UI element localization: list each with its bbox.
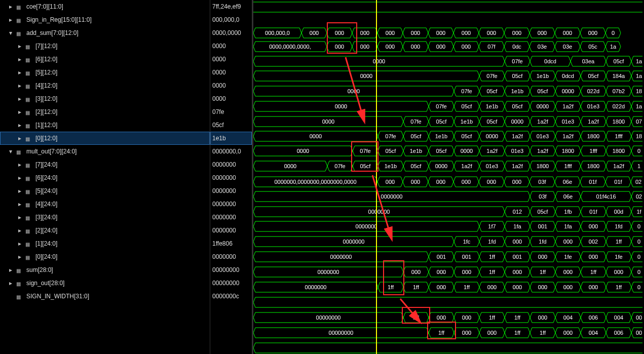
chevron-right-icon[interactable]: ▸ [18,56,25,63]
svg-text:000: 000 [538,284,547,290]
svg-text:1a: 1a [636,73,642,79]
svg-text:000: 000 [487,179,496,185]
chevron-right-icon[interactable]: ▸ [9,16,16,23]
chevron-right-icon[interactable]: ▸ [18,82,25,89]
svg-text:1fd: 1fd [615,223,622,229]
svg-text:05cf: 05cf [538,209,549,215]
chevron-right-icon[interactable]: ▸ [18,43,25,50]
waveform-panel[interactable]: 000,000,00000000000000000000000000000000… [253,0,644,354]
chevron-right-icon[interactable]: ▸ [18,108,25,115]
signal-row[interactable]: ▸[4][12:0] [0,79,210,92]
svg-text:001: 001 [538,223,547,229]
signal-row[interactable]: ▸Sign_in_Reg[15:0][11:0] [0,13,210,26]
svg-text:004: 004 [614,314,623,321]
signal-bus-icon [25,254,33,260]
signal-row[interactable]: ▸[7][24:0] [0,158,210,171]
signal-row[interactable]: ▸[0][24:0] [0,250,210,263]
chevron-right-icon[interactable]: ▸ [18,187,25,194]
signal-bus-icon [25,96,33,102]
chevron-right-icon[interactable]: ▸ [18,122,25,129]
svg-text:1e1b: 1e1b [435,133,447,139]
signal-row[interactable]: SIGN_IN_WIDTH[31:0] [0,290,210,303]
signal-row[interactable]: ▸[3][12:0] [0,92,210,105]
signal-row[interactable]: ▸[1][12:0] [0,119,210,132]
svg-text:004: 004 [563,314,573,321]
chevron-right-icon[interactable]: ▸ [18,135,25,142]
svg-text:000,000,0: 000,000,0 [265,30,290,36]
svg-text:0000000: 0000000 [381,193,403,200]
svg-text:1800: 1800 [587,133,599,139]
signal-row[interactable]: ▾add_sum[7:0][12:0] [0,26,210,40]
chevron-right-icon[interactable]: ▸ [18,201,25,208]
signal-tree-panel[interactable]: ▸coe[7:0][11:0]▸Sign_in_Reg[15:0][11:0]▾… [0,0,210,354]
chevron-right-icon[interactable]: ▸ [18,69,25,76]
signal-row[interactable]: ▸[7][12:0] [0,40,210,53]
svg-text:0dcd: 0dcd [544,58,556,64]
svg-text:1800: 1800 [587,163,599,169]
chevron-right-icon[interactable]: ▸ [9,3,16,10]
svg-text:1a2f: 1a2f [512,133,523,139]
svg-text:07fe: 07fe [360,148,370,154]
svg-text:0000000: 0000000 [368,209,390,215]
signal-bus-icon [25,241,33,247]
signal-bus-icon [25,162,33,168]
svg-text:07fe: 07fe [461,88,472,94]
signal-row[interactable]: ▸[5][24:0] [0,184,210,198]
signal-row[interactable]: ▾mult_out[7:0][24:0] [0,145,210,158]
svg-text:05cf: 05cf [588,73,599,79]
chevron-down-icon[interactable]: ▾ [9,29,16,36]
signal-label: sum[28:0] [26,266,53,273]
signal-row[interactable]: ▸[0][12:0] [0,132,210,145]
signal-row[interactable]: ▸[4][24:0] [0,198,210,211]
svg-text:07fe: 07fe [385,133,396,139]
svg-text:06e: 06e [563,193,573,200]
svg-text:000: 000 [614,269,623,275]
svg-text:000: 000 [436,179,445,185]
signal-row[interactable]: ▸[5][12:0] [0,66,210,79]
signal-value: 0000000 [210,198,252,211]
chevron-right-icon[interactable]: ▸ [18,95,25,102]
signal-value: 1e1b [210,132,252,145]
svg-text:0000000: 0000000 [305,284,327,290]
signal-value: 000,000,0 [210,13,252,26]
svg-text:0000000,0000000,0000000,0000: 0000000,0000000,0000000,0000 [274,179,356,185]
svg-text:01e3: 01e3 [587,103,599,109]
signal-row[interactable]: ▸[3][24:0] [0,211,210,224]
svg-text:1ff: 1ff [514,314,521,321]
signal-row[interactable]: ▸sum[28:0] [0,263,210,277]
svg-text:05cf: 05cf [538,88,549,94]
signal-label: [2][12:0] [35,108,57,115]
chevron-right-icon[interactable]: ▸ [9,280,16,287]
svg-text:1ff: 1ff [489,269,496,275]
chevron-right-icon[interactable]: ▸ [18,214,25,221]
svg-text:000: 000 [462,330,471,336]
signal-row[interactable]: ▸[6][24:0] [0,171,210,184]
signal-row[interactable]: ▸sign_out[28:0] [0,277,210,290]
svg-text:000: 000 [589,254,598,260]
chevron-right-icon[interactable]: ▸ [18,227,25,234]
signal-bus-icon [16,293,24,299]
signal-row[interactable]: ▸coe[7:0][11:0] [0,0,210,13]
chevron-down-icon[interactable]: ▾ [9,148,16,155]
signal-row[interactable]: ▸[2][24:0] [0,224,210,237]
signal-row[interactable]: ▸[1][24:0] [0,237,210,250]
signal-row[interactable]: ▸[6][12:0] [0,53,210,66]
svg-text:03f: 03f [538,179,546,185]
chevron-right-icon[interactable]: ▸ [18,161,25,168]
svg-text:1a2f: 1a2f [562,133,574,139]
svg-text:0: 0 [612,30,615,36]
signal-bus-icon [25,175,33,181]
chevron-right-icon[interactable]: ▸ [18,253,25,260]
svg-text:01e3: 01e3 [486,163,498,169]
value-column: 7ff,24e,ef9000,000,00000,000000000000000… [210,0,253,354]
signal-value: 0000 [210,53,252,66]
signal-row[interactable]: ▸[2][12:0] [0,105,210,119]
signal-value: 0000000,0 [210,145,252,158]
svg-text:000: 000 [360,30,369,36]
svg-text:0: 0 [637,148,640,154]
chevron-right-icon[interactable]: ▸ [18,174,25,181]
chevron-right-icon[interactable]: ▸ [9,266,16,273]
chevron-right-icon[interactable]: ▸ [18,240,25,247]
svg-text:07f: 07f [487,44,496,50]
svg-text:1fe: 1fe [615,254,622,260]
